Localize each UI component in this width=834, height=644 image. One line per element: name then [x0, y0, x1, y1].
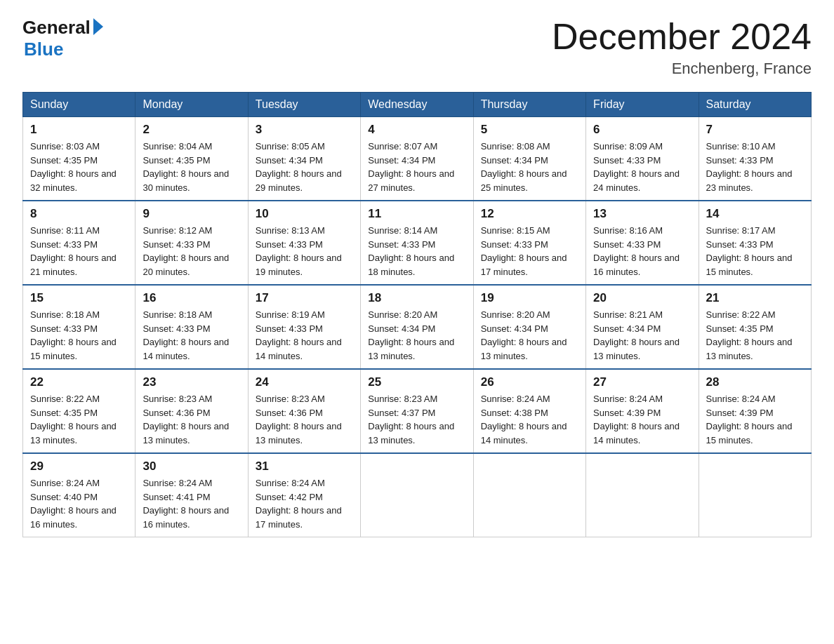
day-number: 2	[143, 123, 240, 137]
calendar-week-row: 29Sunrise: 8:24 AMSunset: 4:40 PMDayligh…	[23, 453, 812, 537]
day-info: Sunrise: 8:11 AMSunset: 4:33 PMDaylight:…	[30, 224, 128, 279]
day-number: 17	[256, 291, 353, 305]
column-header-sunday: Sunday	[23, 93, 135, 117]
calendar-week-row: 15Sunrise: 8:18 AMSunset: 4:33 PMDayligh…	[23, 285, 812, 369]
day-number: 28	[706, 375, 804, 389]
calendar-cell	[473, 453, 585, 537]
day-number: 16	[143, 291, 240, 305]
day-number: 26	[481, 375, 578, 389]
calendar-cell: 15Sunrise: 8:18 AMSunset: 4:33 PMDayligh…	[23, 285, 135, 369]
calendar-cell: 5Sunrise: 8:08 AMSunset: 4:34 PMDaylight…	[473, 117, 585, 201]
day-info: Sunrise: 8:04 AMSunset: 4:35 PMDaylight:…	[143, 140, 240, 194]
day-info: Sunrise: 8:10 AMSunset: 4:33 PMDaylight:…	[706, 140, 804, 194]
day-info: Sunrise: 8:17 AMSunset: 4:33 PMDaylight:…	[706, 224, 804, 279]
day-info: Sunrise: 8:23 AMSunset: 4:37 PMDaylight:…	[368, 392, 465, 447]
day-number: 3	[256, 123, 353, 137]
day-number: 1	[30, 123, 128, 137]
day-info: Sunrise: 8:05 AMSunset: 4:34 PMDaylight:…	[256, 140, 353, 194]
day-number: 13	[593, 207, 691, 221]
day-number: 31	[256, 459, 353, 474]
calendar-cell: 24Sunrise: 8:23 AMSunset: 4:36 PMDayligh…	[248, 369, 360, 453]
day-number: 15	[30, 291, 128, 305]
calendar-cell: 20Sunrise: 8:21 AMSunset: 4:34 PMDayligh…	[586, 285, 699, 369]
calendar-cell: 26Sunrise: 8:24 AMSunset: 4:38 PMDayligh…	[473, 369, 585, 453]
calendar-week-row: 22Sunrise: 8:22 AMSunset: 4:35 PMDayligh…	[23, 369, 812, 453]
title-block: December 2024 Enchenberg, France	[552, 17, 812, 78]
day-number: 6	[593, 123, 691, 137]
day-info: Sunrise: 8:15 AMSunset: 4:33 PMDaylight:…	[481, 224, 578, 279]
logo-blue-text: Blue	[24, 39, 103, 60]
day-number: 19	[481, 291, 578, 305]
logo: General Blue	[22, 17, 103, 60]
calendar-cell: 2Sunrise: 8:04 AMSunset: 4:35 PMDaylight…	[135, 117, 248, 201]
column-header-tuesday: Tuesday	[248, 93, 360, 117]
day-info: Sunrise: 8:22 AMSunset: 4:35 PMDaylight:…	[30, 392, 128, 447]
calendar-cell	[361, 453, 473, 537]
calendar-cell: 17Sunrise: 8:19 AMSunset: 4:33 PMDayligh…	[248, 285, 360, 369]
day-number: 7	[706, 123, 804, 137]
day-number: 8	[30, 207, 128, 221]
day-info: Sunrise: 8:23 AMSunset: 4:36 PMDaylight:…	[256, 392, 353, 447]
column-header-thursday: Thursday	[473, 93, 585, 117]
day-number: 9	[143, 207, 240, 221]
calendar-cell: 16Sunrise: 8:18 AMSunset: 4:33 PMDayligh…	[135, 285, 248, 369]
calendar-cell: 14Sunrise: 8:17 AMSunset: 4:33 PMDayligh…	[699, 201, 811, 285]
calendar-cell: 11Sunrise: 8:14 AMSunset: 4:33 PMDayligh…	[361, 201, 473, 285]
calendar-cell: 8Sunrise: 8:11 AMSunset: 4:33 PMDaylight…	[23, 201, 135, 285]
day-info: Sunrise: 8:24 AMSunset: 4:42 PMDaylight:…	[256, 476, 353, 531]
calendar-cell: 21Sunrise: 8:22 AMSunset: 4:35 PMDayligh…	[699, 285, 811, 369]
calendar-week-row: 8Sunrise: 8:11 AMSunset: 4:33 PMDaylight…	[23, 201, 812, 285]
day-number: 23	[143, 375, 240, 389]
day-info: Sunrise: 8:22 AMSunset: 4:35 PMDaylight:…	[706, 308, 804, 363]
day-number: 11	[368, 207, 465, 221]
logo-arrow-icon	[93, 18, 103, 35]
calendar-cell: 29Sunrise: 8:24 AMSunset: 4:40 PMDayligh…	[23, 453, 135, 537]
calendar-cell: 23Sunrise: 8:23 AMSunset: 4:36 PMDayligh…	[135, 369, 248, 453]
calendar-title: December 2024	[552, 17, 812, 57]
day-info: Sunrise: 8:24 AMSunset: 4:41 PMDaylight:…	[143, 476, 240, 531]
calendar-cell: 18Sunrise: 8:20 AMSunset: 4:34 PMDayligh…	[361, 285, 473, 369]
calendar-cell: 27Sunrise: 8:24 AMSunset: 4:39 PMDayligh…	[586, 369, 699, 453]
day-info: Sunrise: 8:23 AMSunset: 4:36 PMDaylight:…	[143, 392, 240, 447]
day-number: 24	[256, 375, 353, 389]
calendar-week-row: 1Sunrise: 8:03 AMSunset: 4:35 PMDaylight…	[23, 117, 812, 201]
column-header-wednesday: Wednesday	[361, 93, 473, 117]
calendar-cell: 31Sunrise: 8:24 AMSunset: 4:42 PMDayligh…	[248, 453, 360, 537]
calendar-cell	[699, 453, 811, 537]
calendar-cell: 30Sunrise: 8:24 AMSunset: 4:41 PMDayligh…	[135, 453, 248, 537]
day-info: Sunrise: 8:08 AMSunset: 4:34 PMDaylight:…	[481, 140, 578, 194]
day-info: Sunrise: 8:03 AMSunset: 4:35 PMDaylight:…	[30, 140, 128, 194]
calendar-cell: 19Sunrise: 8:20 AMSunset: 4:34 PMDayligh…	[473, 285, 585, 369]
day-info: Sunrise: 8:18 AMSunset: 4:33 PMDaylight:…	[30, 308, 128, 363]
day-info: Sunrise: 8:24 AMSunset: 4:39 PMDaylight:…	[706, 392, 804, 447]
day-number: 18	[368, 291, 465, 305]
calendar-table: SundayMondayTuesdayWednesdayThursdayFrid…	[22, 92, 812, 537]
calendar-cell: 12Sunrise: 8:15 AMSunset: 4:33 PMDayligh…	[473, 201, 585, 285]
day-number: 4	[368, 123, 465, 137]
day-info: Sunrise: 8:21 AMSunset: 4:34 PMDaylight:…	[593, 308, 691, 363]
calendar-cell: 4Sunrise: 8:07 AMSunset: 4:34 PMDaylight…	[361, 117, 473, 201]
calendar-header-row: SundayMondayTuesdayWednesdayThursdayFrid…	[23, 93, 812, 117]
day-info: Sunrise: 8:24 AMSunset: 4:38 PMDaylight:…	[481, 392, 578, 447]
day-info: Sunrise: 8:19 AMSunset: 4:33 PMDaylight:…	[256, 308, 353, 363]
calendar-cell: 28Sunrise: 8:24 AMSunset: 4:39 PMDayligh…	[699, 369, 811, 453]
calendar-cell	[586, 453, 699, 537]
calendar-cell: 6Sunrise: 8:09 AMSunset: 4:33 PMDaylight…	[586, 117, 699, 201]
page-header: General Blue December 2024 Enchenberg, F…	[22, 17, 812, 78]
day-number: 14	[706, 207, 804, 221]
calendar-cell: 25Sunrise: 8:23 AMSunset: 4:37 PMDayligh…	[361, 369, 473, 453]
calendar-cell: 9Sunrise: 8:12 AMSunset: 4:33 PMDaylight…	[135, 201, 248, 285]
day-info: Sunrise: 8:18 AMSunset: 4:33 PMDaylight:…	[143, 308, 240, 363]
day-info: Sunrise: 8:12 AMSunset: 4:33 PMDaylight:…	[143, 224, 240, 279]
calendar-cell: 22Sunrise: 8:22 AMSunset: 4:35 PMDayligh…	[23, 369, 135, 453]
calendar-cell: 3Sunrise: 8:05 AMSunset: 4:34 PMDaylight…	[248, 117, 360, 201]
day-number: 10	[256, 207, 353, 221]
calendar-cell: 13Sunrise: 8:16 AMSunset: 4:33 PMDayligh…	[586, 201, 699, 285]
calendar-cell: 10Sunrise: 8:13 AMSunset: 4:33 PMDayligh…	[248, 201, 360, 285]
day-number: 12	[481, 207, 578, 221]
day-number: 5	[481, 123, 578, 137]
day-info: Sunrise: 8:14 AMSunset: 4:33 PMDaylight:…	[368, 224, 465, 279]
day-number: 20	[593, 291, 691, 305]
column-header-friday: Friday	[586, 93, 699, 117]
column-header-monday: Monday	[135, 93, 248, 117]
